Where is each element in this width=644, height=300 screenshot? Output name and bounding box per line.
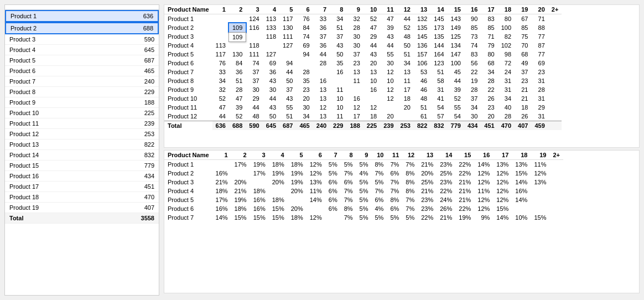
bottom-table-cell[interactable]: 6% <box>325 195 341 204</box>
bottom-table-cell[interactable]: 16% <box>212 169 231 178</box>
top-table-cell[interactable]: 34 <box>330 14 346 24</box>
top-table-row[interactable]: Product 11241131177633343252474413214514… <box>164 14 562 24</box>
bottom-table-cell[interactable]: 15% <box>231 213 250 222</box>
left-row[interactable]: Product 17451 <box>5 182 159 192</box>
bottom-table-cell[interactable]: 18% <box>269 195 288 204</box>
top-table-cell[interactable]: 33 <box>313 14 330 24</box>
top-table-cell[interactable]: 144 <box>430 41 447 50</box>
top-table-cell[interactable]: 118 <box>263 32 279 41</box>
left-row[interactable]: Product 18470 <box>5 192 159 203</box>
top-table-cell[interactable]: 111 <box>246 50 262 59</box>
top-table-cell[interactable]: 90 <box>464 14 481 24</box>
bottom-table-cell[interactable]: 18% <box>269 160 288 169</box>
top-table-cell[interactable] <box>548 23 562 32</box>
left-scroll-area[interactable]: Product 1636Product 2688Product 3590Prod… <box>5 10 159 295</box>
top-table-cell[interactable]: 48 <box>397 32 414 41</box>
top-table-cell[interactable]: 37 <box>246 68 262 76</box>
top-table-cell[interactable]: 39 <box>448 85 464 94</box>
top-table-cell[interactable]: 111 <box>279 32 296 41</box>
top-table-cell[interactable] <box>548 14 562 24</box>
bottom-table-cell[interactable]: 5% <box>371 213 387 222</box>
bottom-table-cell[interactable]: 14% <box>493 213 512 222</box>
top-table-cell[interactable]: 124 <box>246 14 262 24</box>
top-table-cell[interactable]: 83 <box>481 14 497 24</box>
bottom-table-cell[interactable]: 15% <box>250 213 269 222</box>
bottom-table-row[interactable]: Product 418%21%18%20%11%6%7%5%7%7%8%21%2… <box>164 187 563 195</box>
top-table-row[interactable]: Product 41131181276936433044445013614413… <box>164 41 562 50</box>
bottom-table-cell[interactable]: 7% <box>341 169 356 178</box>
bottom-table-cell[interactable]: 8% <box>402 178 418 187</box>
top-table-cell[interactable] <box>548 68 562 76</box>
top-table-cell[interactable]: 34 <box>464 103 481 112</box>
bottom-table-cell[interactable]: 19% <box>231 195 250 204</box>
top-table-cell[interactable]: 20 <box>380 112 397 121</box>
bottom-table-cell[interactable]: 15% <box>269 204 288 213</box>
bottom-table-cell[interactable]: 21% <box>418 187 437 195</box>
top-table-cell[interactable]: 51 <box>279 112 296 121</box>
top-table-cell[interactable]: 147 <box>448 50 464 59</box>
bottom-table-cell[interactable]: 16% <box>512 187 531 195</box>
bottom-table-cell[interactable]: 21% <box>212 178 231 187</box>
top-table-cell[interactable]: 135 <box>430 32 447 41</box>
left-row[interactable]: Product 16434 <box>5 171 159 182</box>
bottom-table-cell[interactable]: 17% <box>212 195 231 204</box>
top-table-cell[interactable]: 31 <box>531 76 548 85</box>
top-table-row[interactable]: Product 93228303037231311161217463139282… <box>164 85 562 94</box>
top-table-row[interactable]: Product 11473944435530121012122051545534… <box>164 103 562 112</box>
top-table-cell[interactable]: 71 <box>531 14 548 24</box>
top-table-cell[interactable] <box>548 41 562 50</box>
top-table-cell[interactable]: 12 <box>363 103 380 112</box>
top-table-cell[interactable]: 10 <box>330 94 346 103</box>
bottom-table-cell[interactable]: 23% <box>418 204 437 213</box>
left-row[interactable]: Product 13822 <box>5 139 159 150</box>
bottom-table-cell[interactable]: 9% <box>474 213 493 222</box>
top-table-cell[interactable]: 46 <box>414 76 430 85</box>
bottom-table-cell[interactable] <box>307 204 325 213</box>
top-table-cell[interactable]: 69 <box>531 59 548 68</box>
bottom-table-cell[interactable]: 19% <box>455 213 474 222</box>
top-table-cell[interactable]: 43 <box>363 50 380 59</box>
top-table-cell[interactable]: 36 <box>313 23 330 32</box>
top-table-cell[interactable]: 52 <box>448 94 464 103</box>
bottom-table-cell[interactable]: 19% <box>250 160 269 169</box>
bottom-table-cell[interactable]: 7% <box>402 195 418 204</box>
bottom-table-cell[interactable] <box>325 213 341 222</box>
top-table-cell[interactable]: 28 <box>464 85 481 94</box>
bottom-table-cell[interactable]: 19% <box>288 178 307 187</box>
top-table-cell[interactable]: 37 <box>330 32 346 41</box>
top-table-cell[interactable]: 16 <box>346 94 363 103</box>
top-table-cell[interactable]: 43 <box>330 41 346 50</box>
top-table-cell[interactable]: 76 <box>212 59 229 68</box>
top-table-cell[interactable]: 145 <box>430 14 447 24</box>
top-table-cell[interactable]: 34 <box>397 59 414 68</box>
top-table-cell[interactable]: 77 <box>531 50 548 59</box>
bottom-table-row[interactable]: Product 616%18%16%15%20%6%8%5%4%6%7%23%2… <box>164 204 563 213</box>
bottom-table-cell[interactable]: 21% <box>437 213 455 222</box>
top-table-cell[interactable]: 47 <box>363 23 380 32</box>
top-table-cell[interactable]: 23 <box>346 59 363 68</box>
bottom-table-cell[interactable]: 22% <box>455 160 474 169</box>
top-table-cell[interactable]: 37 <box>279 85 296 94</box>
top-table-cell[interactable]: 80 <box>498 14 515 24</box>
top-table-cell[interactable]: 31 <box>498 76 515 85</box>
top-table-cell[interactable] <box>548 59 562 68</box>
bottom-table-cell[interactable]: 20% <box>418 169 437 178</box>
top-table-cell[interactable]: 36 <box>263 68 279 76</box>
top-table-cell[interactable]: 18 <box>397 94 414 103</box>
bottom-table-cell[interactable]: 21% <box>455 187 474 195</box>
bottom-table-cell[interactable]: 21% <box>455 195 474 204</box>
top-table-cell[interactable]: 48 <box>414 94 430 103</box>
bottom-table-cell[interactable]: 20% <box>288 187 307 195</box>
top-table-cell[interactable]: 55 <box>380 50 397 59</box>
left-row[interactable]: Product 5687 <box>5 55 159 66</box>
top-table-cell[interactable]: 109109 <box>229 23 246 32</box>
top-table-cell[interactable]: 10 <box>380 76 397 85</box>
top-table-cell[interactable] <box>397 112 414 121</box>
top-table-cell[interactable]: 143 <box>448 14 464 24</box>
top-table-cell[interactable]: 53 <box>414 68 430 76</box>
top-table-cell[interactable]: 12 <box>346 103 363 112</box>
top-table-cell[interactable]: 31 <box>430 85 447 94</box>
top-table-cell[interactable]: 16 <box>363 85 380 94</box>
top-table-cell[interactable]: 33 <box>212 68 229 76</box>
bottom-table-cell[interactable]: 23% <box>437 160 455 169</box>
